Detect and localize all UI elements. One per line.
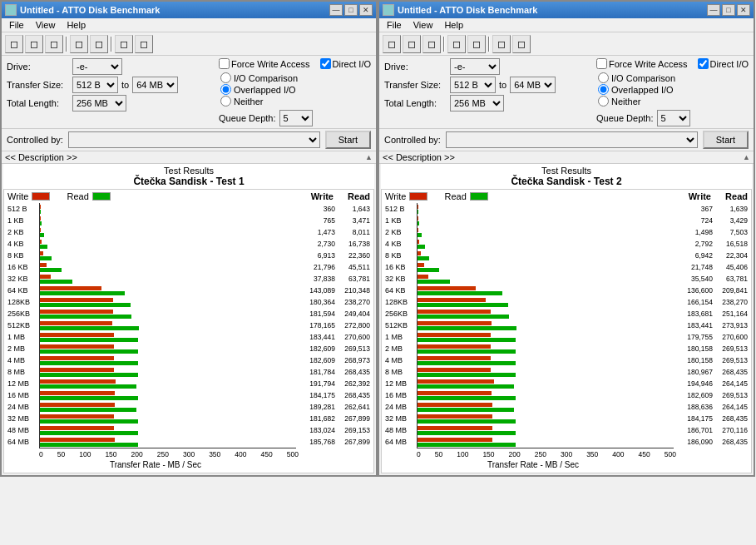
write-value: 180,364 <box>299 298 335 306</box>
bar-row <box>40 261 296 273</box>
read-value: 270,600 <box>337 333 370 341</box>
write-bar <box>418 275 428 279</box>
bar-row <box>418 215 674 226</box>
menu-help[interactable]: Help <box>62 19 90 31</box>
start-button[interactable]: Start <box>703 131 749 149</box>
value-pair: 181,784268,435 <box>299 366 370 378</box>
menu-file[interactable]: File <box>383 19 406 31</box>
write-value: 367 <box>676 205 713 213</box>
queue-depth-row: Queue Depth:5 <box>596 110 749 126</box>
window-2: Untitled - ATTO Disk Benchmark—□✕FileVie… <box>378 0 755 477</box>
close-button[interactable]: ✕ <box>359 4 373 16</box>
menu-view[interactable]: View <box>32 19 60 31</box>
write-value: 1,473 <box>299 228 335 236</box>
toolbar-button-4[interactable]: ◻ <box>90 35 108 53</box>
value-pair: 166,154238,270 <box>676 296 748 308</box>
start-button[interactable]: Start <box>325 131 371 149</box>
direct-io-checkbox[interactable] <box>320 58 331 69</box>
read-value: 45,511 <box>337 263 370 271</box>
controlled-by-select[interactable] <box>446 131 698 148</box>
titlebar-title: Untitled - ATTO Disk Benchmark <box>5 4 161 16</box>
x-axis-label: 250 <box>157 450 169 458</box>
drive-select[interactable]: -e- <box>72 58 122 75</box>
transfer-size-from-select[interactable]: 512 B <box>450 77 496 93</box>
value-pair: 180,158269,513 <box>676 343 748 354</box>
toolbar-button-5[interactable]: ◻ <box>115 35 133 53</box>
menu-file[interactable]: File <box>5 19 28 31</box>
toolbar-button-2[interactable]: ◻ <box>422 35 441 53</box>
toolbar-button-3[interactable]: ◻ <box>70 35 88 53</box>
minimize-button[interactable]: — <box>707 4 720 16</box>
read-value: 269,513 <box>714 344 748 353</box>
y-axis-label: 16 MB <box>7 389 37 401</box>
chart-legend: WriteReadWriteRead <box>385 191 748 201</box>
menu-help[interactable]: Help <box>440 19 467 31</box>
toolbar-button-4[interactable]: ◻ <box>467 35 486 53</box>
write-value: 179,755 <box>676 333 713 341</box>
radio-input-0[interactable] <box>220 72 231 83</box>
x-axis-label: 450 <box>639 450 650 458</box>
transfer-size-to-select[interactable]: 64 MB <box>510 77 556 93</box>
radio-input-0[interactable] <box>598 72 609 83</box>
value-pair: 181,682267,899 <box>299 413 370 424</box>
y-axis-label: 16 MB <box>385 389 414 401</box>
close-button[interactable]: ✕ <box>737 4 750 16</box>
read-legend-text: Read <box>67 191 88 201</box>
read-value: 63,781 <box>337 275 370 283</box>
transfer-size-from-select[interactable]: 512 B <box>72 77 118 93</box>
write-bar <box>418 403 492 407</box>
read-value: 7,503 <box>714 228 748 236</box>
radio-input-1[interactable] <box>598 84 609 95</box>
value-pair: 184,175268,435 <box>676 413 748 424</box>
force-write-checkbox[interactable] <box>596 58 607 69</box>
queue-depth-select[interactable]: 5 <box>279 110 313 126</box>
write-value: 181,682 <box>299 414 335 423</box>
total-length-select[interactable]: 256 MB <box>450 95 504 111</box>
x-axis-labels: 050100150200250300350400450500 <box>417 448 748 458</box>
read-bar <box>40 210 41 214</box>
y-axis-label: 4 MB <box>7 354 37 366</box>
read-value: 268,435 <box>337 368 370 376</box>
write-legend-color <box>409 192 427 201</box>
transfer-size-to-select[interactable]: 64 MB <box>132 77 178 93</box>
write-value: 724 <box>676 216 713 225</box>
minimize-button[interactable]: — <box>329 4 343 16</box>
bar-row <box>40 366 296 378</box>
force-write-checkbox[interactable] <box>219 58 230 69</box>
toolbar: ◻◻◻◻◻◻◻ <box>379 32 754 56</box>
maximize-button[interactable]: □ <box>722 4 735 16</box>
toolbar-button-0[interactable]: ◻ <box>383 35 401 53</box>
read-bar <box>418 291 502 295</box>
write-value: 184,175 <box>299 391 335 399</box>
toolbar-button-2[interactable]: ◻ <box>45 35 63 53</box>
read-bar <box>40 443 138 447</box>
value-pair: 183,024269,153 <box>299 424 370 436</box>
y-axis-label: 32 MB <box>385 413 414 424</box>
maximize-button[interactable]: □ <box>344 4 358 16</box>
value-pair: 183,441270,600 <box>299 331 370 343</box>
controlled-by-select[interactable] <box>68 131 320 148</box>
value-pair: 181,594249,404 <box>299 308 370 320</box>
total-length-select[interactable]: 256 MB <box>72 95 126 111</box>
radio-input-2[interactable] <box>598 96 609 107</box>
write-legend-text: Write <box>7 191 28 201</box>
direct-io-checkbox[interactable] <box>698 58 709 69</box>
drive-select[interactable]: -e- <box>450 58 500 75</box>
toolbar-button-5[interactable]: ◻ <box>492 35 511 53</box>
read-bar <box>40 396 138 400</box>
value-pair: 35,54063,781 <box>676 273 748 285</box>
radio-input-2[interactable] <box>220 96 231 107</box>
toolbar-button-1[interactable]: ◻ <box>25 35 43 53</box>
toolbar-button-1[interactable]: ◻ <box>403 35 421 53</box>
toolbar-button-3[interactable]: ◻ <box>447 35 466 53</box>
read-value: 268,973 <box>337 356 370 364</box>
drive-row: Drive:-e- <box>7 58 214 75</box>
menu-view[interactable]: View <box>409 19 437 31</box>
toolbar-button-0[interactable]: ◻ <box>5 35 23 53</box>
toolbar-button-6[interactable]: ◻ <box>512 35 531 53</box>
read-value: 249,404 <box>337 310 370 318</box>
toolbar-button-6[interactable]: ◻ <box>135 35 153 53</box>
queue-depth-select[interactable]: 5 <box>657 110 690 126</box>
radio-input-1[interactable] <box>220 84 231 95</box>
value-pair: 1,4987,503 <box>676 226 748 238</box>
